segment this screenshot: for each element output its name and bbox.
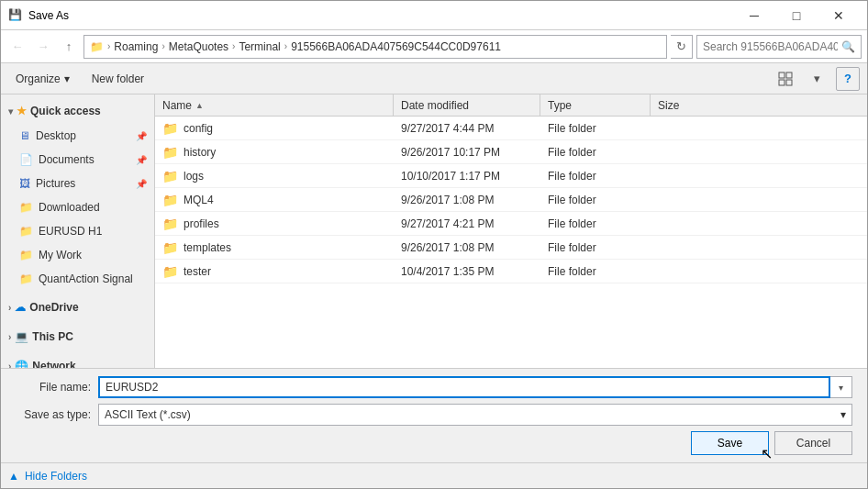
path-metaquotes: MetaQuotes — [169, 40, 228, 53]
folder-icon: 📁 — [162, 121, 178, 136]
sidebar-item-pictures[interactable]: 🖼 Pictures 📌 — [1, 172, 154, 195]
file-date: 9/27/2017 4:21 PM — [394, 217, 540, 230]
file-date: 10/4/2017 1:35 PM — [394, 265, 540, 278]
desktop-icon: 🖥 — [19, 129, 30, 142]
sort-arrow: ▲ — [195, 101, 204, 110]
view-icon — [778, 72, 793, 86]
new-folder-label: New folder — [92, 72, 144, 85]
hide-folders-row[interactable]: ▲ Hide Folders — [1, 462, 867, 488]
sidebar-header-onedrive[interactable]: › ☁ OneDrive — [1, 295, 154, 320]
table-row[interactable]: 📁 MQL4 9/26/2017 1:08 PM File folder — [155, 188, 867, 212]
file-type: File folder — [540, 122, 651, 135]
file-type: File folder — [540, 217, 651, 230]
pictures-icon: 🖼 — [19, 177, 30, 190]
sidebar-item-downloaded[interactable]: 📁 Downloaded — [1, 195, 154, 219]
folder-icon: 📁 — [162, 217, 178, 231]
filename-row: File name: ▾ — [16, 376, 852, 398]
search-icon: 🔍 — [841, 40, 855, 53]
organize-button[interactable]: Organize ▾ — [8, 67, 77, 91]
view-button[interactable] — [773, 67, 797, 91]
savetype-select[interactable]: ASCII Text (*.csv) ▾ — [98, 404, 852, 426]
file-name: config — [184, 122, 213, 135]
sidebar: ▾ ★ Quick access 🖥 Desktop 📌 📄 Documents… — [1, 94, 155, 368]
sidebar-header-thispc[interactable]: › 💻 This PC — [1, 324, 154, 350]
back-button[interactable]: ← — [6, 36, 28, 58]
sidebar-item-desktop[interactable]: 🖥 Desktop 📌 — [1, 124, 154, 148]
svg-rect-2 — [779, 80, 785, 85]
filename-input[interactable] — [98, 376, 830, 398]
mywork-icon: 📁 — [19, 249, 33, 261]
address-bar: ← → ↑ 📁 › Roaming › MetaQuotes › Termina… — [1, 30, 867, 63]
forward-button[interactable]: → — [32, 36, 54, 58]
organize-chevron: ▾ — [64, 72, 70, 85]
sidebar-pictures-label: Pictures — [36, 177, 75, 190]
col-name-header[interactable]: Name ▲ — [155, 94, 394, 116]
sidebar-header-network[interactable]: › 🌐 Network — [1, 353, 154, 368]
pin-icon: 📌 — [136, 155, 147, 165]
minimize-button[interactable]: ─ — [733, 1, 775, 30]
onedrive-icon: ☁ — [15, 301, 26, 314]
search-input[interactable] — [703, 40, 838, 53]
cancel-button[interactable]: Cancel — [774, 431, 852, 455]
table-row[interactable]: 📁 tester 10/4/2017 1:35 PM File folder — [155, 260, 867, 283]
pin-icon: 📌 — [136, 131, 147, 141]
sidebar-section-network: › 🌐 Network — [1, 353, 154, 368]
title-bar: 💾 Save As ─ □ ✕ — [1, 1, 867, 30]
file-date: 10/10/2017 1:17 PM — [394, 170, 540, 183]
savetype-value: ASCII Text (*.csv) — [105, 408, 191, 421]
help-button[interactable]: ? — [836, 67, 860, 91]
sidebar-network-label: Network — [32, 360, 75, 368]
up-button[interactable]: ↑ — [58, 36, 80, 58]
view-dropdown-button[interactable]: ▾ — [805, 67, 829, 91]
sidebar-section-quickaccess: ▾ ★ Quick access 🖥 Desktop 📌 📄 Documents… — [1, 98, 154, 291]
window-icon: 💾 — [8, 8, 23, 23]
save-as-dialog: 💾 Save As ─ □ ✕ ← → ↑ 📁 › Roaming › Meta… — [0, 0, 868, 489]
col-type-header[interactable]: Type — [540, 94, 651, 116]
save-button-wrapper: Save ↖ — [691, 431, 769, 455]
downloaded-icon: 📁 — [19, 201, 33, 214]
table-row[interactable]: 📁 config 9/27/2017 4:44 PM File folder — [155, 117, 867, 140]
sidebar-desktop-label: Desktop — [36, 129, 76, 142]
sidebar-thispc-label: This PC — [32, 330, 73, 343]
col-date-header[interactable]: Date modified — [394, 94, 540, 116]
sidebar-item-documents[interactable]: 📄 Documents 📌 — [1, 148, 154, 172]
table-row[interactable]: 📁 templates 9/26/2017 1:08 PM File folde… — [155, 236, 867, 260]
svg-rect-3 — [786, 80, 792, 85]
new-folder-button[interactable]: New folder — [84, 67, 151, 91]
sidebar-header-quickaccess[interactable]: ▾ ★ Quick access — [1, 98, 154, 124]
sidebar-item-quantaction[interactable]: 📁 QuantAction Signal — [1, 267, 154, 291]
sidebar-quickaccess-label: Quick access — [30, 105, 101, 117]
file-rows-container: 📁 config 9/27/2017 4:44 PM File folder 📁… — [155, 117, 867, 283]
path-icon: 📁 — [90, 40, 104, 53]
search-box[interactable]: 🔍 — [696, 35, 862, 59]
table-row[interactable]: 📁 history 9/26/2017 10:17 PM File folder — [155, 140, 867, 164]
folder-icon: 📁 — [162, 145, 178, 160]
close-button[interactable]: ✕ — [818, 1, 860, 30]
file-name: tester — [184, 265, 211, 278]
chevron-icon: › — [8, 332, 11, 342]
window-title: Save As — [28, 9, 733, 22]
sidebar-quantaction-label: QuantAction Signal — [39, 272, 133, 285]
file-name: history — [184, 146, 216, 159]
refresh-button[interactable]: ↻ — [671, 35, 693, 59]
filename-dropdown-button[interactable]: ▾ — [830, 376, 852, 398]
sidebar-item-eurusd[interactable]: 📁 EURUSD H1 — [1, 219, 154, 243]
col-type-label: Type — [548, 99, 572, 112]
file-type: File folder — [540, 265, 651, 278]
network-icon: 🌐 — [15, 360, 28, 368]
file-list-header: Name ▲ Date modified Type Size — [155, 94, 867, 117]
col-size-header[interactable]: Size — [651, 94, 867, 116]
table-row[interactable]: 📁 logs 10/10/2017 1:17 PM File folder — [155, 164, 867, 188]
sidebar-downloaded-label: Downloaded — [39, 201, 100, 214]
savetype-row: Save as type: ASCII Text (*.csv) ▾ — [16, 404, 852, 426]
sidebar-item-mywork[interactable]: 📁 My Work — [1, 243, 154, 267]
save-button[interactable]: Save — [691, 431, 769, 455]
folder-icon: 📁 — [162, 240, 178, 255]
path-terminal: Terminal — [239, 40, 280, 53]
path-guid: 915566BA06ADA407569C544CC0D97611 — [291, 40, 501, 53]
maximize-button[interactable]: □ — [775, 1, 818, 30]
sidebar-section-onedrive: › ☁ OneDrive — [1, 295, 154, 320]
svg-rect-1 — [786, 72, 792, 78]
table-row[interactable]: 📁 profiles 9/27/2017 4:21 PM File folder — [155, 212, 867, 236]
address-path[interactable]: 📁 › Roaming › MetaQuotes › Terminal › 91… — [83, 35, 667, 59]
